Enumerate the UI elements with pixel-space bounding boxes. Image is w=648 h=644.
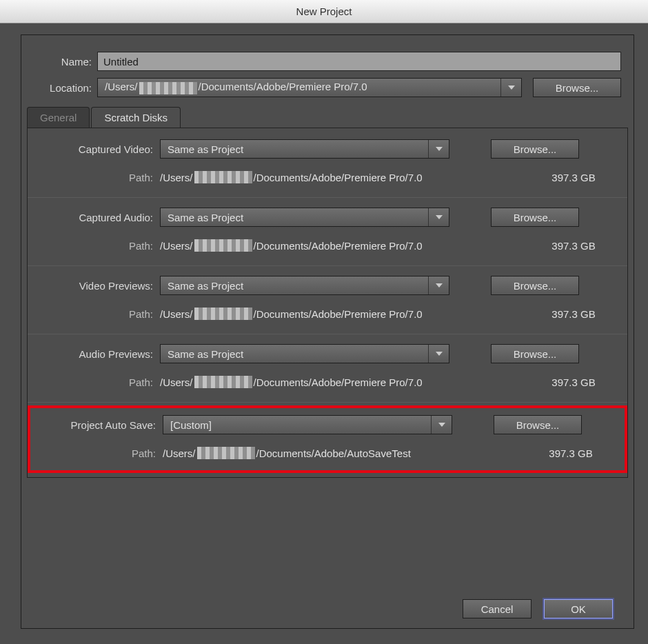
video-previews-label: Video Previews: <box>37 280 160 292</box>
video-previews-browse-button[interactable]: Browse... <box>491 276 579 295</box>
ok-button[interactable]: OK <box>544 599 613 618</box>
captured-audio-label: Captured Audio: <box>37 212 160 223</box>
divider <box>28 197 627 198</box>
name-row: Name: <box>34 52 621 71</box>
redacted-user <box>194 239 252 252</box>
captured-video-browse-button[interactable]: Browse... <box>491 139 579 159</box>
section-project-autosave: Project Auto Save: [Custom] Browse... Pa… <box>37 412 618 466</box>
captured-audio-path: /Users//Documents/Adobe/Premiere Pro/7.0 <box>160 239 529 252</box>
cancel-button[interactable]: Cancel <box>463 599 531 618</box>
chevron-down-icon <box>428 276 449 294</box>
redacted-user <box>194 308 252 320</box>
video-previews-size: 397.3 GB <box>529 308 618 320</box>
chevron-down-icon <box>428 345 449 363</box>
path-label: Path: <box>37 172 160 183</box>
divider <box>28 334 627 334</box>
captured-video-path: /Users//Documents/Adobe/Premiere Pro/7.0 <box>160 171 529 183</box>
project-autosave-path: /Users//Documents/Adobe/AutoSaveTest <box>163 447 527 459</box>
window-title: New Project <box>296 6 352 17</box>
redacted-user <box>194 171 252 183</box>
captured-audio-size: 397.3 GB <box>529 240 618 252</box>
project-autosave-dropdown[interactable]: [Custom] <box>163 415 452 434</box>
tabs: General Scratch Disks <box>27 107 634 128</box>
chevron-down-icon <box>431 416 452 434</box>
path-label: Path: <box>37 308 160 320</box>
location-row: Location: /Users//Documents/Adobe/Premie… <box>34 78 621 97</box>
section-captured-audio: Captured Audio: Same as Project Browse..… <box>37 201 618 263</box>
path-label: Path: <box>37 240 160 252</box>
name-label: Name: <box>34 56 97 68</box>
video-previews-dropdown[interactable]: Same as Project <box>160 276 449 295</box>
highlighted-autosave-section: Project Auto Save: [Custom] Browse... Pa… <box>28 405 627 473</box>
section-audio-previews: Audio Previews: Same as Project Browse..… <box>37 337 618 399</box>
captured-video-size: 397.3 GB <box>529 172 618 183</box>
captured-video-dropdown[interactable]: Same as Project <box>160 139 449 159</box>
tab-general[interactable]: General <box>27 107 90 128</box>
path-label: Path: <box>37 376 160 388</box>
location-dropdown[interactable]: /Users//Documents/Adobe/Premiere Pro/7.0 <box>97 78 522 97</box>
audio-previews-label: Audio Previews: <box>37 348 160 360</box>
section-captured-video: Captured Video: Same as Project Browse..… <box>37 132 618 194</box>
captured-audio-dropdown[interactable]: Same as Project <box>160 208 449 227</box>
audio-previews-path: /Users//Documents/Adobe/Premiere Pro/7.0 <box>160 376 529 388</box>
path-label: Path: <box>40 447 163 459</box>
divider <box>28 402 627 403</box>
dialog-footer: Cancel OK <box>463 599 613 618</box>
location-browse-button[interactable]: Browse... <box>533 78 621 97</box>
divider <box>28 265 627 266</box>
location-value: /Users//Documents/Adobe/Premiere Pro/7.0 <box>105 81 367 94</box>
dialog-panel: Name: Location: /Users//Documents/Adobe/… <box>21 34 634 629</box>
audio-previews-browse-button[interactable]: Browse... <box>491 344 579 363</box>
chevron-down-icon <box>500 79 521 97</box>
video-previews-path: /Users//Documents/Adobe/Premiere Pro/7.0 <box>160 308 529 320</box>
redacted-user <box>194 376 252 388</box>
redacted-user <box>197 447 255 459</box>
redacted-user <box>139 82 197 94</box>
project-autosave-label: Project Auto Save: <box>40 419 163 431</box>
chevron-down-icon <box>428 140 449 158</box>
project-autosave-browse-button[interactable]: Browse... <box>494 415 582 434</box>
window-titlebar: New Project <box>0 0 648 23</box>
tab-content-scratch-disks: Captured Video: Same as Project Browse..… <box>27 128 628 478</box>
captured-audio-browse-button[interactable]: Browse... <box>491 208 579 227</box>
captured-video-label: Captured Video: <box>37 143 160 155</box>
chevron-down-icon <box>428 208 449 226</box>
project-autosave-size: 397.3 GB <box>527 447 615 459</box>
tab-scratch-disks[interactable]: Scratch Disks <box>91 107 181 128</box>
name-input[interactable] <box>97 52 621 71</box>
audio-previews-dropdown[interactable]: Same as Project <box>160 344 449 363</box>
location-label: Location: <box>34 82 97 94</box>
section-video-previews: Video Previews: Same as Project Browse..… <box>37 269 618 331</box>
audio-previews-size: 397.3 GB <box>529 376 618 388</box>
